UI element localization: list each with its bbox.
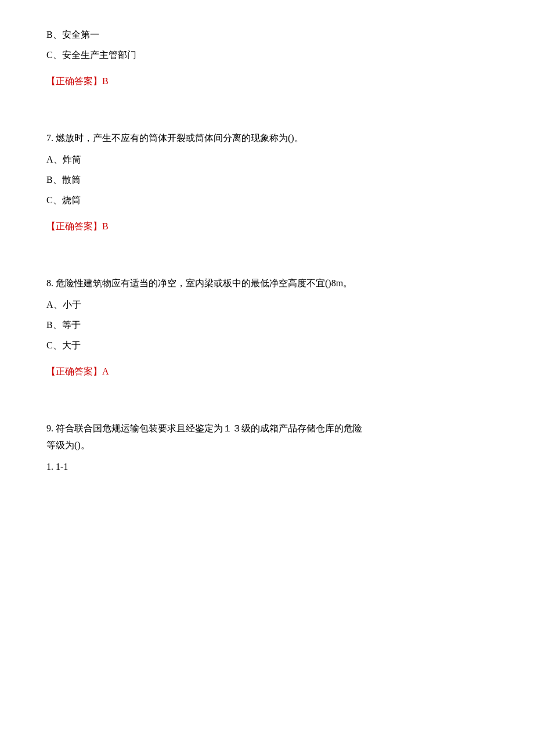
q7-option-c: C、烧筒 <box>46 192 488 209</box>
q8-answer: 【正确答案】A <box>46 363 488 380</box>
q9-option-1: 1. 1-1 <box>46 459 488 476</box>
q7-answer-label: 【正确答案】B <box>46 221 109 231</box>
question-9-block: 9. 符合联合国危规运输包装要求且经鉴定为１３级的成箱产品存储仓库的危险 等级为… <box>46 420 488 475</box>
option-c-top: C、安全生产主管部门 <box>46 47 488 64</box>
q8-answer-label: 【正确答案】A <box>46 366 109 376</box>
top-options-section: B、安全第一 C、安全生产主管部门 <box>46 27 488 64</box>
question-9-text: 9. 符合联合国危规运输包装要求且经鉴定为１３级的成箱产品存储仓库的危险 等级为… <box>46 420 488 454</box>
q7-option-a: A、炸筒 <box>46 152 488 168</box>
q7-answer: 【正确答案】B <box>46 218 488 235</box>
answer-top: 【正确答案】B <box>46 73 488 90</box>
question-8-block: 8. 危险性建筑物应有适当的净空，室内梁或板中的最低净空高度不宜()8m。 A、… <box>46 275 488 380</box>
spacer-1 <box>46 107 488 130</box>
question-7-text: 7. 燃放时，产生不应有的筒体开裂或筒体间分离的现象称为()。 <box>46 130 488 147</box>
spacer-3 <box>46 397 488 420</box>
q8-option-a: A、小于 <box>46 297 488 314</box>
answer-label-top: 【正确答案】B <box>46 76 109 86</box>
option-b-top: B、安全第一 <box>46 27 488 44</box>
q7-option-b: B、散筒 <box>46 172 488 189</box>
q8-option-b: B、等于 <box>46 317 488 334</box>
top-continuation-block: B、安全第一 C、安全生产主管部门 【正确答案】B <box>46 27 488 89</box>
question-7-block: 7. 燃放时，产生不应有的筒体开裂或筒体间分离的现象称为()。 A、炸筒 B、散… <box>46 130 488 235</box>
q8-option-c: C、大于 <box>46 337 488 354</box>
spacer-2 <box>46 252 488 275</box>
question-8-text: 8. 危险性建筑物应有适当的净空，室内梁或板中的最低净空高度不宜()8m。 <box>46 275 488 292</box>
